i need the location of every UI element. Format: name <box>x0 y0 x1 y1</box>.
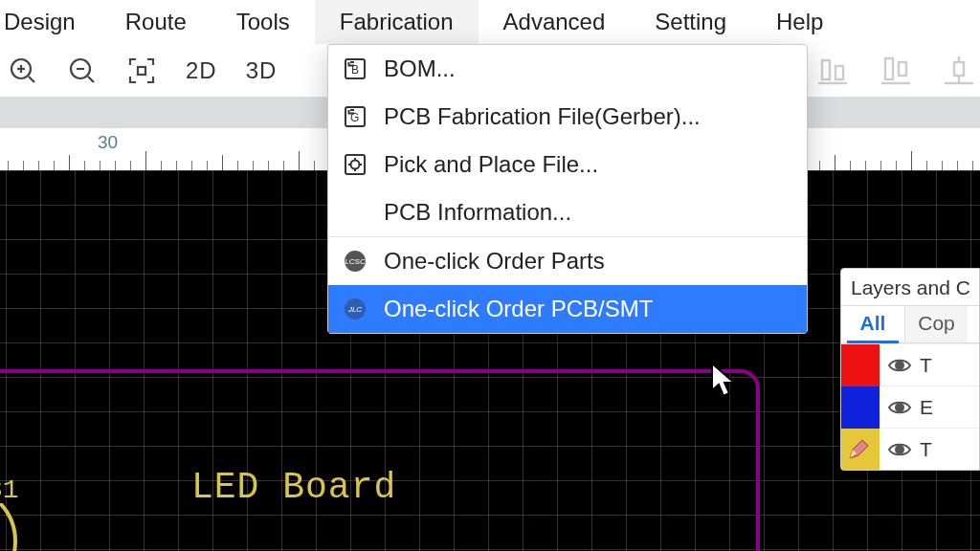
layer-name: E <box>920 396 933 419</box>
svg-point-36 <box>896 446 903 453</box>
menu-item-order-parts[interactable]: LCSC One-click Order Parts <box>328 237 807 285</box>
document-b-icon: B <box>342 55 368 82</box>
menu-fabrication[interactable]: Fabrication <box>315 0 479 44</box>
svg-rect-12 <box>899 62 906 76</box>
jlc-logo-icon: JLC <box>342 296 368 322</box>
menu-item-order-pcb-smt[interactable]: JLC One-click Order PCB/SMT <box>328 285 807 333</box>
menu-item-label: PCB Fabrication File(Gerber)... <box>384 103 701 130</box>
fabrication-dropdown-menu: B BOM... G PCB Fabrication File(Gerber).… <box>327 44 808 334</box>
visibility-toggle[interactable] <box>880 437 920 462</box>
menu-item-label: One-click Order PCB/SMT <box>384 296 653 322</box>
menu-item-label: BOM... <box>384 55 456 82</box>
layer-row[interactable]: E <box>841 386 979 428</box>
layer-name: T <box>920 354 932 377</box>
zoom-out-button[interactable] <box>63 52 101 90</box>
menu-design[interactable]: Design <box>0 0 100 44</box>
align-center-vertical-icon[interactable] <box>877 52 915 90</box>
svg-point-25 <box>351 161 360 169</box>
menu-item-label: One-click Order Parts <box>384 248 605 275</box>
silkscreen-board-title: LED Board <box>191 467 396 508</box>
lcsc-logo-icon: LCSC <box>342 248 368 275</box>
layers-tab-copper[interactable]: Cop <box>904 306 968 342</box>
svg-rect-7 <box>138 67 145 75</box>
svg-text:LCSC: LCSC <box>345 257 366 266</box>
layer-swatch-yellow <box>841 429 880 471</box>
svg-text:B: B <box>351 63 359 77</box>
distribute-horizontal-icon[interactable] <box>940 52 978 90</box>
svg-point-18 <box>0 503 15 551</box>
svg-point-34 <box>896 362 903 369</box>
menu-item-label: Pick and Place File... <box>384 151 598 178</box>
layers-panel: Layers and C All Cop T E <box>840 268 980 471</box>
layer-row[interactable]: T <box>841 428 979 470</box>
svg-text:G: G <box>350 111 359 124</box>
silkscreen-arcs <box>0 503 75 551</box>
svg-text:JLC: JLC <box>347 305 362 314</box>
silkscreen-refdes: 31 <box>0 475 19 505</box>
menu-item-gerber[interactable]: G PCB Fabrication File(Gerber)... <box>328 93 807 141</box>
svg-rect-8 <box>822 60 830 79</box>
ruler-label-30: 30 <box>98 132 118 153</box>
svg-rect-14 <box>954 62 964 76</box>
menu-setting[interactable]: Setting <box>630 0 751 44</box>
menu-advanced[interactable]: Advanced <box>479 0 631 44</box>
layer-name: T <box>920 438 932 461</box>
menu-item-label: PCB Information... <box>384 199 571 226</box>
document-target-icon <box>342 151 368 178</box>
toolbar-right-group <box>813 52 978 90</box>
pencil-icon <box>847 438 870 461</box>
board-outline <box>0 369 760 551</box>
view-3d-button[interactable]: 3D <box>242 52 281 90</box>
menu-item-pcb-information[interactable]: PCB Information... <box>328 188 807 236</box>
menu-item-bom[interactable]: B BOM... <box>328 45 807 93</box>
visibility-toggle[interactable] <box>880 395 920 420</box>
view-2d-button[interactable]: 2D <box>182 52 221 90</box>
menu-help[interactable]: Help <box>751 0 848 44</box>
menu-item-pick-and-place[interactable]: Pick and Place File... <box>328 141 807 188</box>
menu-route[interactable]: Route <box>100 0 212 44</box>
blank-icon <box>342 199 368 226</box>
layer-row[interactable]: T <box>841 343 979 386</box>
layers-panel-title: Layers and C <box>841 269 979 305</box>
svg-line-5 <box>88 77 94 82</box>
document-g-icon: G <box>342 103 368 130</box>
svg-line-1 <box>29 77 34 82</box>
align-bottom-icon[interactable] <box>813 52 852 90</box>
visibility-toggle[interactable] <box>880 353 920 378</box>
svg-rect-9 <box>835 66 843 79</box>
zoom-in-button[interactable] <box>4 52 42 90</box>
svg-point-35 <box>896 404 903 411</box>
layers-tab-all[interactable]: All <box>841 306 904 342</box>
layer-swatch-blue <box>841 386 880 429</box>
layer-swatch-red <box>841 344 880 386</box>
svg-rect-11 <box>885 58 893 79</box>
menubar: Design Route Tools Fabrication Advanced … <box>0 0 980 44</box>
menu-tools[interactable]: Tools <box>212 0 315 44</box>
zoom-fit-button[interactable] <box>122 52 161 90</box>
